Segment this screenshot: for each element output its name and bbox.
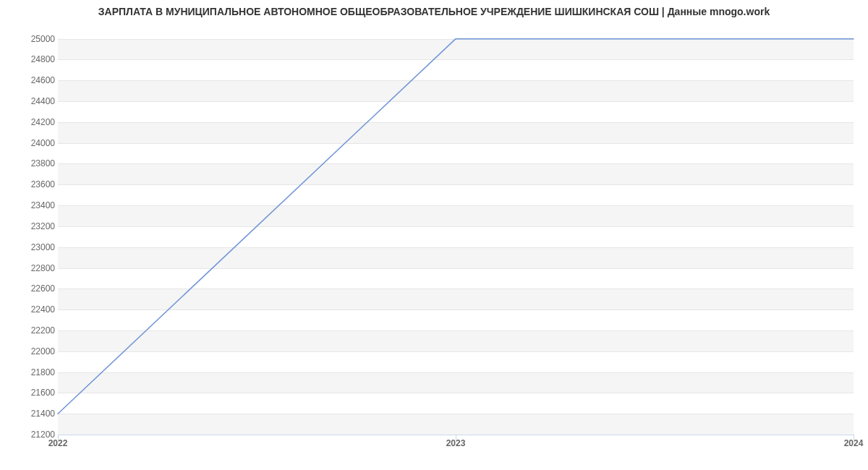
y-tick-label: 23200 <box>12 221 55 231</box>
y-tick-label: 23800 <box>12 158 55 168</box>
x-tickmark <box>854 435 854 440</box>
y-tick-label: 24600 <box>12 75 55 85</box>
y-tick-label: 23000 <box>12 242 55 252</box>
plot-area <box>58 33 854 435</box>
y-tick-label: 24400 <box>12 96 55 106</box>
y-tick-label: 22800 <box>12 263 55 273</box>
y-tick-label: 24000 <box>12 138 55 148</box>
y-tick-label: 23600 <box>12 179 55 189</box>
y-tick-label: 21800 <box>12 367 55 377</box>
line-series <box>58 33 854 435</box>
y-tick-label: 22600 <box>12 283 55 294</box>
y-tick-label: 23400 <box>12 200 55 210</box>
x-tickmark <box>58 435 59 440</box>
y-tick-label: 22400 <box>12 304 55 315</box>
x-tickmark <box>456 435 456 440</box>
y-tick-label: 21600 <box>12 388 55 398</box>
y-tick-label: 21400 <box>12 409 55 419</box>
y-tick-label: 25000 <box>12 34 55 44</box>
y-tick-label: 22000 <box>12 346 55 356</box>
y-tick-label: 24800 <box>12 54 55 64</box>
y-tick-label: 22200 <box>12 325 55 336</box>
chart-title: ЗАРПЛАТА В МУНИЦИПАЛЬНОЕ АВТОНОМНОЕ ОБЩЕ… <box>0 6 868 17</box>
line-chart: ЗАРПЛАТА В МУНИЦИПАЛЬНОЕ АВТОНОМНОЕ ОБЩЕ… <box>0 0 868 470</box>
series-path <box>58 39 854 414</box>
y-tick-label: 24200 <box>12 117 55 127</box>
